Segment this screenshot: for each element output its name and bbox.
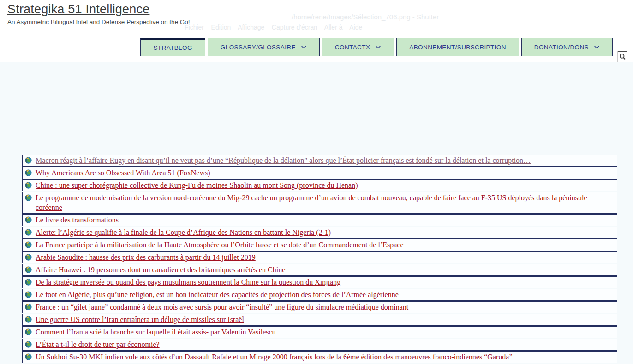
post-title-link[interactable]: Arabie Saoudite : hausse des prix des ca… (36, 252, 256, 262)
post-list-item: Alerte: l’Algérie se qualifie à la final… (22, 227, 617, 239)
globe-icon (25, 241, 32, 248)
magnifier-icon (619, 53, 626, 60)
post-list-item: Un Sukhoi Su-30 MKI indien vole aux côté… (22, 351, 617, 363)
globe-icon (25, 316, 32, 323)
post-list-item: Comment l’Iran a scié la branche sur laq… (22, 326, 617, 338)
globe-icon (25, 229, 32, 236)
nav-item-label: ABONNEMENT/SUBSCRIPTION (409, 44, 506, 51)
nav-item-label: STRATBLOG (153, 44, 192, 51)
post-list-item: La France participe à la militarisation … (22, 239, 617, 251)
post-list-item: Affaire Huawei : 19 personnes dont un ca… (22, 264, 617, 276)
search-button[interactable] (618, 51, 627, 62)
chevron-down-icon (594, 45, 600, 49)
post-title-link[interactable]: Le programme de modernisation de la vers… (36, 193, 614, 212)
post-title-link[interactable]: France : un “gilet jaune” condamné à deu… (36, 302, 408, 312)
globe-icon (25, 182, 32, 189)
post-list-item: Une guerre US contre l’Iran entraînera u… (22, 314, 617, 326)
post-list-item: L’État a t-il le droit de tuer par écono… (22, 339, 617, 351)
globe-icon (25, 254, 32, 261)
post-list-item: Why Americans Are so Obsessed With Area … (22, 167, 617, 179)
post-title-link[interactable]: Le foot en Algérie, plus qu’une religion… (36, 290, 399, 299)
globe-icon (25, 291, 32, 298)
post-title-link[interactable]: Le livre des transformations (36, 215, 119, 225)
nav-item-label: GLOSSARY/GLOSSAIRE (221, 44, 296, 51)
ghost-window-menubar: Fichier Édition Affichage Capture d'écra… (185, 24, 362, 31)
post-list: Macron réagit à l’affaire Rugy en disant… (22, 155, 617, 364)
globe-icon (25, 353, 32, 360)
nav-item-glossary-glossaire[interactable]: GLOSSARY/GLOSSAIRE (208, 38, 320, 56)
globe-icon (25, 194, 32, 201)
post-title-link[interactable]: Macron réagit à l’affaire Rugy en disant… (36, 155, 531, 165)
post-list-item: De la stratégie inversée ou quand des pa… (22, 276, 617, 288)
globe-icon (25, 304, 32, 310)
post-title-link[interactable]: Alerte: l’Algérie se qualifie à la final… (36, 227, 331, 237)
globe-icon (25, 169, 32, 176)
page: /home/rene/Images/Sélection_706.png - Sh… (0, 0, 633, 364)
post-title-link[interactable]: La France participe à la militarisation … (36, 240, 404, 250)
post-title-link[interactable]: Chine : une super chorégraphie collectiv… (36, 180, 358, 190)
site-title-link[interactable]: Strategika 51 Intelligence (7, 2, 149, 17)
post-list-item: Le foot en Algérie, plus qu’une religion… (22, 289, 617, 301)
post-list-item: Chine : une super chorégraphie collectiv… (22, 179, 617, 191)
globe-icon (25, 157, 32, 164)
nav-item-label: CONTACTX (335, 44, 370, 51)
post-title-link[interactable]: Why Americans Are so Obsessed With Area … (36, 168, 210, 178)
post-title-link[interactable]: Affaire Huawei : 19 personnes dont un ca… (36, 265, 285, 274)
post-title-link[interactable]: Comment l’Iran a scié la branche sur laq… (36, 327, 276, 337)
site-tagline: An Asymmetric Bilingual Intel and Defens… (7, 18, 190, 25)
post-title-link[interactable]: Une guerre US contre l’Iran entraînera u… (36, 315, 244, 324)
post-title-link[interactable]: De la stratégie inversée ou quand des pa… (36, 277, 340, 287)
ghost-window-title: /home/rene/Images/Sélection_706.png - Sh… (292, 13, 439, 21)
site-header: /home/rene/Images/Sélection_706.png - Sh… (0, 0, 633, 62)
chevron-down-icon (301, 45, 307, 49)
globe-icon (25, 328, 32, 335)
chevron-down-icon (375, 45, 381, 49)
nav-item-donation-dons[interactable]: DONATION/DONS (521, 38, 613, 56)
post-list-item: Arabie Saoudite : hausse des prix des ca… (22, 251, 617, 263)
post-title-link[interactable]: L’État a t-il le droit de tuer par écono… (36, 340, 160, 349)
globe-icon (25, 279, 32, 286)
post-title-link[interactable]: Un Sukhoi Su-30 MKI indien vole aux côté… (36, 352, 512, 362)
post-list-item: Macron réagit à l’affaire Rugy en disant… (22, 155, 617, 167)
nav-item-stratblog[interactable]: STRATBLOG (140, 38, 205, 56)
main-nav: STRATBLOG GLOSSARY/GLOSSAIRE CONTACTX AB… (140, 38, 613, 56)
nav-item-label: DONATION/DONS (534, 44, 589, 51)
nav-item-abonnement-subscription[interactable]: ABONNEMENT/SUBSCRIPTION (396, 38, 519, 56)
globe-icon (25, 216, 32, 223)
globe-icon (25, 341, 32, 348)
main-content-area: Macron réagit à l’affaire Rugy en disant… (0, 62, 633, 364)
post-list-item: France : un “gilet jaune” condamné à deu… (22, 301, 617, 313)
post-list-item: Le livre des transformations (22, 214, 617, 226)
nav-item-contactx[interactable]: CONTACTX (322, 38, 394, 56)
post-list-item: Le programme de modernisation de la vers… (22, 192, 617, 214)
globe-icon (25, 266, 32, 273)
